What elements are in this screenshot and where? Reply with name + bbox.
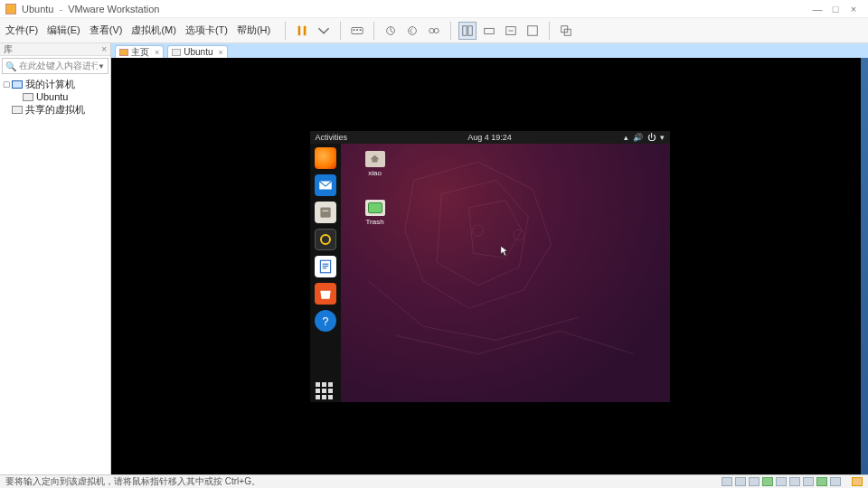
svg-point-26 [514, 230, 524, 240]
desktop-icon-label: Trash [354, 218, 397, 226]
tray-usb-icon[interactable] [776, 477, 787, 486]
power-icon: ⏻ [647, 133, 656, 142]
dock-help-icon[interactable]: ? [315, 310, 336, 332]
library-search-box[interactable]: 🔍 在此处键入内容进行搜… ▼ [2, 58, 108, 74]
ubuntu-system-menu[interactable]: ▴ 🔊 ⏻ ▾ [624, 133, 665, 142]
menu-view[interactable]: 查看(V) [90, 23, 123, 37]
volume-icon: 🔊 [633, 133, 643, 142]
fullscreen-button[interactable] [524, 22, 542, 40]
tree-node-ubuntu-vm[interactable]: Ubuntu [0, 90, 110, 103]
tray-messages-icon[interactable] [852, 477, 863, 486]
tray-floppy-icon[interactable] [749, 477, 760, 486]
library-tree: ▢ 我的计算机 Ubuntu 共享的虚拟机 [0, 76, 110, 117]
ubuntu-clock[interactable]: Aug 4 19:24 [310, 133, 670, 142]
search-dropdown-icon[interactable]: ▼ [98, 62, 105, 70]
svg-rect-10 [463, 25, 467, 35]
tray-camera-icon[interactable] [830, 477, 841, 486]
ubuntu-desktop[interactable]: xiao Trash [341, 144, 670, 402]
vm-viewport[interactable]: Activities Aug 4 19:24 ▴ 🔊 ⏻ ▾ [111, 58, 868, 474]
vm-icon [22, 91, 34, 102]
menu-vm[interactable]: 虚拟机(M) [131, 23, 176, 37]
tray-network-icon[interactable] [762, 477, 773, 486]
tab-close-icon[interactable]: × [219, 48, 223, 57]
desktop-trash[interactable]: Trash [354, 200, 397, 226]
vm-device-tray [722, 477, 863, 486]
guest-screen[interactable]: Activities Aug 4 19:24 ▴ 🔊 ⏻ ▾ [310, 131, 670, 402]
menu-edit[interactable]: 编辑(E) [47, 23, 80, 37]
menu-tabs[interactable]: 选项卡(T) [185, 23, 228, 37]
svg-rect-4 [356, 29, 358, 31]
send-ctrl-alt-del-button[interactable] [348, 22, 366, 40]
tree-node-shared-vms[interactable]: 共享的虚拟机 [0, 103, 110, 116]
pause-vm-button[interactable] [293, 22, 311, 40]
library-close-icon[interactable]: × [101, 44, 107, 54]
revert-snapshot-button[interactable] [403, 22, 421, 40]
dock-ubuntu-software-icon[interactable] [315, 283, 336, 305]
thumbnail-view-button[interactable] [480, 22, 498, 40]
shared-vm-icon [11, 104, 24, 115]
stretch-guest-button[interactable] [502, 22, 520, 40]
svg-rect-12 [485, 28, 495, 33]
window-titlebar: Ubuntu - VMware Workstation — □ × [0, 0, 868, 18]
status-bar: 要将输入定向到该虚拟机，请将鼠标指针移入其中或按 Ctrl+G。 [0, 474, 868, 488]
library-title: 库 [4, 43, 13, 56]
svg-rect-1 [304, 25, 307, 35]
svg-rect-23 [322, 267, 326, 268]
toolbar-separator [373, 22, 374, 40]
dock-files-icon[interactable] [315, 202, 336, 223]
tray-printer-icon[interactable] [803, 477, 814, 486]
vertical-scrollbar[interactable] [861, 58, 868, 474]
dock-show-applications-icon[interactable] [316, 382, 335, 402]
tab-ubuntu[interactable]: Ubuntu × [167, 45, 228, 58]
tray-sound-icon[interactable] [789, 477, 800, 486]
library-header: 库 × [0, 43, 110, 56]
tab-home[interactable]: 主页 × [115, 45, 164, 58]
tray-hdd-icon[interactable] [722, 477, 732, 486]
dock-thunderbird-icon[interactable] [315, 174, 336, 196]
dock-rhythmbox-icon[interactable] [315, 229, 336, 250]
snapshot-button[interactable] [382, 22, 400, 40]
window-minimize-button[interactable]: — [808, 4, 826, 14]
svg-rect-21 [322, 263, 328, 264]
guest-cursor-icon [500, 245, 509, 258]
desktop-icon-label: xiao [354, 169, 397, 177]
svg-point-9 [434, 28, 439, 33]
dock-libreoffice-writer-icon[interactable] [315, 256, 336, 277]
show-library-button[interactable] [458, 22, 476, 40]
tab-label: 主页 [131, 46, 149, 59]
trash-icon [365, 200, 385, 216]
home-icon [119, 49, 128, 56]
ubuntu-activities-button[interactable]: Activities [316, 133, 348, 142]
tray-cd-icon[interactable] [735, 477, 746, 486]
ubuntu-dock: ? [310, 144, 341, 402]
svg-rect-22 [322, 265, 328, 266]
menu-file[interactable]: 文件(F) [5, 23, 38, 37]
unity-mode-button[interactable] [557, 22, 575, 40]
tab-label: Ubuntu [184, 47, 212, 57]
tree-node-my-computer[interactable]: ▢ 我的计算机 [0, 78, 110, 90]
search-icon: 🔍 [5, 61, 16, 71]
ubuntu-top-bar: Activities Aug 4 19:24 ▴ 🔊 ⏻ ▾ [310, 131, 670, 144]
tab-close-icon[interactable]: × [155, 48, 159, 57]
tray-display-icon[interactable] [816, 477, 827, 486]
title-app-name: VMware Workstation [68, 4, 159, 14]
svg-rect-3 [354, 29, 355, 31]
dock-firefox-icon[interactable] [315, 147, 336, 169]
snapshot-manager-button[interactable] [425, 22, 443, 40]
window-close-button[interactable]: × [844, 4, 863, 14]
chevron-down-icon: ▾ [660, 133, 665, 142]
toolbar-separator [549, 22, 550, 40]
menu-help[interactable]: 帮助(H) [237, 23, 270, 37]
desktop-home-folder[interactable]: xiao [354, 151, 397, 177]
vm-power-dropdown-icon[interactable] [315, 22, 333, 40]
tree-label: 共享的虚拟机 [25, 103, 85, 117]
content-area: 主页 × Ubuntu × Activities Aug 4 19:24 ▴ 🔊 [111, 43, 868, 474]
window-maximize-button[interactable]: □ [826, 4, 844, 14]
tree-collapse-icon[interactable]: ▢ [2, 80, 11, 89]
toolbar-separator [285, 22, 286, 40]
network-icon: ▴ [624, 133, 628, 142]
svg-rect-0 [298, 25, 301, 35]
toolbar-separator [340, 22, 341, 40]
menubar: 文件(F) 编辑(E) 查看(V) 虚拟机(M) 选项卡(T) 帮助(H) [0, 18, 868, 43]
status-hint-text: 要将输入定向到该虚拟机，请将鼠标指针移入其中或按 Ctrl+G。 [5, 475, 260, 488]
